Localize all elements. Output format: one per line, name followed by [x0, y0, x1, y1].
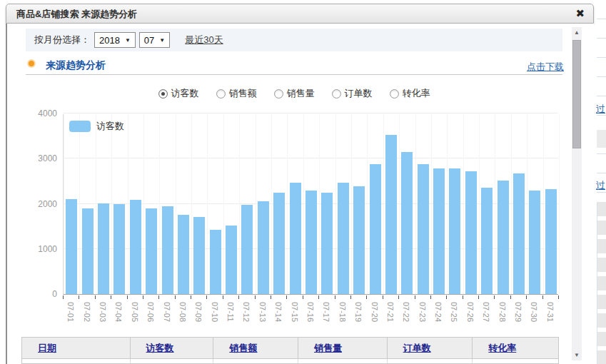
x-tick-label: 07-24 [434, 300, 443, 324]
chevron-down-icon: ▼ [125, 37, 131, 44]
table-cell [131, 359, 214, 364]
bar-07-21[interactable] [385, 135, 397, 294]
bar-07-05[interactable] [130, 200, 141, 294]
v-gridline [271, 114, 272, 294]
v-gridline [527, 114, 527, 294]
bar-07-11[interactable] [226, 226, 237, 294]
bar-07-29[interactable] [513, 173, 525, 294]
x-tick-label: 07-13 [258, 300, 267, 324]
column-header-6[interactable]: 转化率 [473, 338, 558, 358]
year-select[interactable]: 2018 ▼ [94, 32, 136, 48]
month-select[interactable]: 07 ▼ [139, 32, 170, 48]
x-tick [79, 295, 79, 299]
v-gridline [447, 114, 448, 294]
column-header-1[interactable]: 日期 [22, 338, 131, 358]
bar-07-12[interactable] [241, 205, 253, 294]
x-tick-label: 07-01 [66, 300, 75, 324]
v-gridline [143, 114, 144, 294]
v-gridline [256, 114, 256, 294]
scrollbar[interactable]: ▲ ▼ [572, 27, 582, 360]
bar-07-07[interactable] [162, 206, 173, 294]
bar-07-01[interactable] [66, 199, 77, 294]
download-link[interactable]: 点击下载 [527, 61, 564, 74]
metric-option-4[interactable]: 订单数 [332, 87, 373, 100]
bar-07-03[interactable] [98, 203, 109, 294]
bar-07-14[interactable] [273, 193, 285, 294]
bar-07-17[interactable] [321, 193, 333, 294]
radio-icon[interactable] [390, 89, 399, 98]
radio-icon[interactable] [216, 89, 226, 98]
bar-07-23[interactable] [418, 164, 429, 294]
bar-chart-plot [63, 114, 558, 295]
bar-07-16[interactable] [305, 191, 317, 294]
x-tick-label: 07-15 [291, 300, 299, 324]
bar-07-18[interactable] [338, 183, 349, 294]
bar-07-19[interactable] [353, 186, 365, 294]
column-header-5[interactable]: 订单数 [388, 338, 473, 358]
metric-option-5[interactable]: 转化率 [390, 87, 430, 100]
x-tick [463, 295, 463, 299]
bar-07-04[interactable] [113, 204, 125, 295]
month-filter-label: 按月份选择： [34, 34, 90, 46]
metric-option-2[interactable]: 销售额 [216, 87, 257, 100]
radio-selected-icon[interactable] [158, 89, 168, 98]
x-tick [191, 295, 191, 299]
x-tick [494, 295, 495, 299]
bar-07-06[interactable] [146, 208, 157, 294]
bar-07-13[interactable] [258, 201, 269, 294]
bar-07-08[interactable] [178, 215, 189, 294]
bar-07-22[interactable] [401, 152, 413, 294]
x-tick-label: 07-30 [530, 300, 538, 324]
bar-07-15[interactable] [290, 183, 301, 294]
v-gridline [463, 114, 464, 294]
metric-option-1[interactable]: 访客数 [158, 87, 199, 100]
scroll-up-icon[interactable]: ▲ [572, 28, 582, 37]
x-tick [111, 295, 111, 299]
y-tick-label: 3000 [26, 153, 57, 163]
scrollbar-thumb[interactable] [572, 40, 581, 148]
h-gridline [64, 158, 558, 158]
column-header-4[interactable]: 销售量 [298, 338, 388, 358]
x-tick-label: 07-12 [242, 300, 251, 324]
v-gridline [415, 114, 416, 294]
column-header-3[interactable]: 销售额 [213, 338, 298, 358]
v-gridline [64, 114, 64, 294]
v-gridline [239, 114, 240, 294]
v-gridline [96, 114, 96, 294]
v-gridline [79, 114, 80, 294]
bar-07-28[interactable] [498, 181, 509, 294]
table-cell [298, 359, 388, 364]
column-header-2[interactable]: 访客数 [131, 338, 214, 358]
bar-07-31[interactable] [545, 189, 557, 294]
v-gridline [383, 114, 384, 294]
x-tick-label: 07-29 [514, 300, 522, 324]
x-tick [95, 295, 96, 299]
bar-07-10[interactable] [210, 230, 221, 294]
metric-radio-group: 访客数销售额销售量订单数转化率 [26, 87, 562, 100]
radio-icon[interactable] [274, 89, 283, 98]
metric-option-label: 订单数 [345, 87, 373, 100]
bar-07-27[interactable] [481, 188, 493, 294]
bar-07-02[interactable] [82, 208, 94, 294]
v-gridline [367, 114, 368, 294]
scroll-down-icon[interactable]: ▼ [572, 350, 582, 360]
x-tick-label: 07-21 [386, 300, 395, 324]
x-tick [478, 295, 479, 299]
bar-07-09[interactable] [193, 217, 205, 294]
bar-07-20[interactable] [370, 164, 381, 294]
bar-07-30[interactable] [529, 191, 540, 294]
x-tick [175, 295, 176, 299]
underlying-gray-row [597, 130, 606, 148]
radio-icon[interactable] [332, 89, 341, 98]
y-tick-label: 4000 [26, 108, 57, 118]
underlying-partial-link[interactable]: 过 [596, 103, 605, 116]
bar-07-24[interactable] [433, 168, 445, 294]
v-gridline [559, 114, 560, 294]
close-icon[interactable]: ✖ [575, 8, 585, 19]
bar-07-26[interactable] [465, 171, 477, 294]
underlying-partial-link[interactable]: 过 [596, 179, 605, 192]
recent-30-days-link[interactable]: 最近30天 [185, 34, 223, 46]
x-tick [366, 295, 367, 299]
bar-07-25[interactable] [449, 168, 460, 294]
metric-option-3[interactable]: 销售量 [274, 87, 315, 100]
